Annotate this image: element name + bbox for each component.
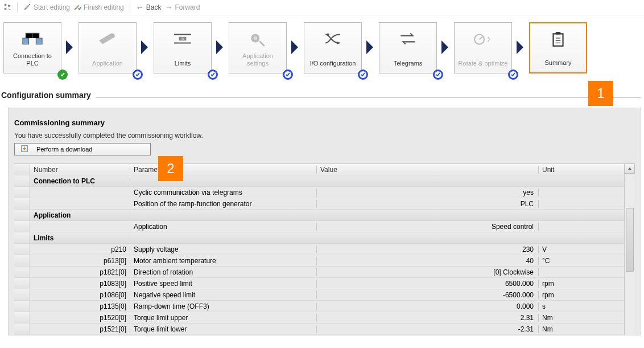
callout-2: 2: [158, 156, 183, 181]
cell-parameter: Cyclic communication via telegrams: [130, 189, 317, 196]
table-group-row: Connection to PLC: [14, 175, 624, 187]
row-header[interactable]: [14, 232, 30, 243]
row-header[interactable]: [14, 175, 30, 186]
pencil-check-icon: [73, 3, 81, 13]
svg-rect-0: [23, 38, 29, 44]
row-header[interactable]: [14, 244, 30, 255]
done-badge-icon: [283, 69, 293, 80]
done-badge-icon: [358, 69, 368, 80]
svg-rect-1: [36, 38, 42, 44]
table-row: p1821[0]Direction of rotation[0] Clockwi…: [14, 267, 624, 278]
vertical-scrollbar[interactable]: [624, 163, 634, 335]
table-row: p1520[0]Torque limit upper2.31Nm: [14, 312, 624, 324]
cell-number: Connection to PLC: [30, 177, 130, 185]
row-header[interactable]: [14, 301, 30, 312]
row-header[interactable]: [14, 255, 30, 266]
summary-title: Commissioning summary: [14, 118, 634, 127]
cell-number: p613[0]: [30, 257, 130, 265]
step-label: Application settings: [229, 52, 286, 67]
cell-parameter: Torque limit upper: [130, 314, 317, 322]
perform-download-button[interactable]: Perform a download: [14, 143, 151, 155]
context-menu-icon[interactable]: [3, 3, 11, 13]
wizard-step-application[interactable]: Application: [79, 22, 137, 73]
cell-value: Speed control: [317, 223, 539, 231]
table-row: p1083[0]Positive speed limit6500.000rpm: [14, 278, 624, 289]
scroll-up-button[interactable]: [625, 163, 635, 174]
cell-value: -2.31: [317, 325, 539, 333]
row-header[interactable]: [14, 324, 30, 334]
row-header[interactable]: [14, 289, 30, 300]
finish-editing-label: Finish editing: [84, 3, 124, 11]
row-header[interactable]: [14, 187, 30, 198]
wizard-step-summary[interactable]: Summary: [529, 22, 587, 73]
table-row: p210Supply voltage230V: [14, 244, 624, 255]
table-row: p613[0]Motor ambient temperature40°C: [14, 255, 624, 267]
cell-parameter: Ramp-down time (OFF3): [130, 302, 317, 310]
back-label: Back: [146, 3, 162, 11]
step-icon: [469, 28, 497, 49]
cell-value: 6500.000: [317, 280, 539, 288]
cell-value: 40: [317, 257, 539, 265]
row-header[interactable]: [14, 221, 30, 232]
step-label: Limits: [172, 60, 193, 67]
row-header[interactable]: [14, 267, 30, 277]
wizard-step-application-settings[interactable]: Application settings: [229, 22, 287, 73]
scroll-thumb[interactable]: [626, 208, 634, 272]
step-icon: [244, 28, 271, 49]
table-group-row: Limits: [14, 232, 624, 244]
col-unit[interactable]: Unit: [539, 166, 624, 174]
summary-table: NumberParameter textValueUnitConnection …: [14, 163, 634, 335]
col-value[interactable]: Value: [317, 166, 539, 174]
section-title-text: Configuration summary: [1, 91, 91, 100]
cell-value: 2.31: [317, 314, 539, 322]
finish-editing-button[interactable]: Finish editing: [73, 3, 124, 13]
cell-unit: °C: [539, 257, 624, 265]
wizard-step-limits[interactable]: nLimits: [154, 22, 212, 73]
download-button-label: Perform a download: [36, 146, 92, 153]
step-label: Telegrams: [391, 60, 425, 67]
callout-1: 1: [588, 81, 613, 106]
row-header[interactable]: [14, 210, 30, 220]
cell-parameter: Supply voltage: [130, 245, 317, 253]
cell-number: Limits: [30, 234, 130, 242]
row-header[interactable]: [14, 198, 30, 209]
svg-text:n: n: [181, 36, 184, 40]
svg-point-2: [110, 33, 115, 38]
chevron-right-icon: [137, 22, 154, 55]
svg-point-6: [254, 36, 257, 40]
section-title: Configuration summary: [0, 79, 644, 102]
cell-unit: rpm: [539, 291, 624, 299]
step-icon: [394, 28, 422, 49]
cell-unit: Nm: [539, 325, 624, 333]
cell-number: p210: [30, 245, 130, 253]
editor-toolbar: Start editing Finish editing ←Back →Forw…: [0, 0, 644, 15]
arrow-left-icon: ←: [136, 3, 144, 12]
row-header[interactable]: [14, 312, 30, 323]
wizard-step-i-o-configuration[interactable]: I/O configuration: [304, 22, 362, 73]
step-icon: [319, 28, 346, 49]
cell-number: p1821[0]: [30, 268, 130, 276]
chevron-right-icon: [287, 22, 304, 55]
table-header-row: NumberParameter textValueUnit: [14, 164, 624, 175]
start-editing-button[interactable]: Start editing: [23, 3, 70, 13]
cell-parameter: Position of the ramp-function generator: [130, 200, 317, 208]
cell-number: p1520[0]: [30, 314, 130, 322]
step-icon: [544, 29, 572, 50]
wizard-step-connection-to-plc[interactable]: Connection to PLC: [3, 22, 61, 73]
table-row: Position of the ramp-function generatorP…: [14, 198, 624, 210]
wizard-step-rotate-optimize[interactable]: Rotate & optimize: [454, 22, 512, 73]
wizard-step-telegrams[interactable]: Telegrams: [379, 22, 437, 73]
chevron-right-icon: [362, 22, 379, 55]
table-row: ApplicationSpeed control: [14, 221, 624, 232]
forward-button[interactable]: →Forward: [164, 3, 200, 12]
cell-value: 230: [317, 245, 539, 253]
svg-rect-11: [556, 32, 561, 34]
back-button[interactable]: ←Back: [136, 3, 162, 12]
row-header[interactable]: [14, 278, 30, 289]
cell-unit: rpm: [539, 280, 624, 288]
pencil-icon: [23, 3, 31, 13]
table-row: p1086[0]Negative speed limit-6500.000rpm: [14, 289, 624, 301]
col-number[interactable]: Number: [30, 166, 130, 174]
step-label: I/O configuration: [308, 60, 358, 67]
toolbar-separator: [130, 2, 130, 13]
